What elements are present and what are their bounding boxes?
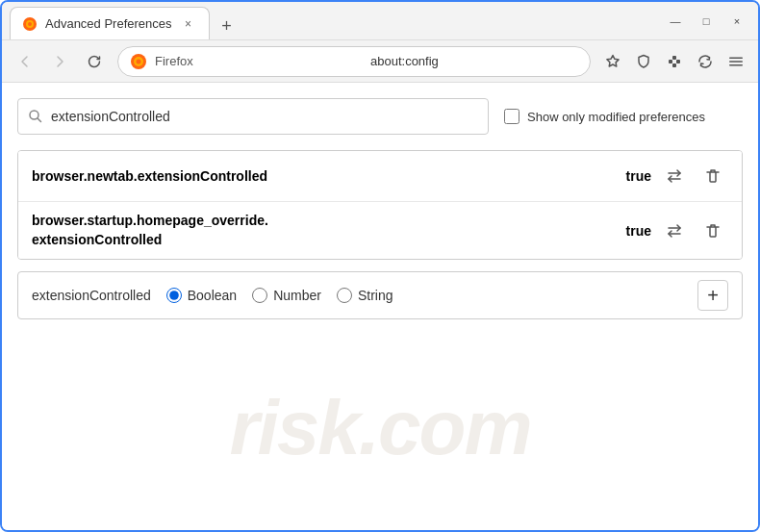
delete-button-2[interactable] bbox=[697, 215, 728, 246]
svg-point-2 bbox=[28, 22, 32, 26]
radio-group: Boolean Number String bbox=[166, 288, 393, 303]
radio-number-input[interactable] bbox=[252, 288, 267, 303]
nav-bar: Firefox about:config bbox=[2, 40, 758, 83]
radio-string-input[interactable] bbox=[337, 288, 352, 303]
svg-rect-7 bbox=[672, 56, 676, 60]
delete-button-1[interactable] bbox=[697, 161, 728, 191]
page-content: risk.com Show only modified preferences … bbox=[2, 83, 758, 530]
radio-number-label: Number bbox=[273, 288, 321, 303]
browser-window: Advanced Preferences × + — □ × bbox=[0, 0, 760, 532]
radio-boolean-input[interactable] bbox=[166, 288, 182, 303]
search-input[interactable] bbox=[51, 109, 478, 124]
sync-button[interactable] bbox=[691, 47, 720, 76]
swap-button-1[interactable] bbox=[659, 161, 690, 191]
forward-button[interactable] bbox=[44, 46, 75, 77]
add-preference-button[interactable]: + bbox=[697, 280, 728, 311]
address-bar[interactable]: Firefox about:config bbox=[117, 46, 591, 77]
svg-point-5 bbox=[137, 59, 141, 63]
pref-value-1: true bbox=[626, 168, 651, 184]
back-button[interactable] bbox=[10, 46, 40, 77]
swap-button-2[interactable] bbox=[659, 215, 690, 246]
search-icon bbox=[28, 109, 43, 124]
browser-label: Firefox bbox=[155, 54, 363, 68]
radio-boolean[interactable]: Boolean bbox=[166, 288, 237, 303]
window-controls: — □ × bbox=[662, 8, 750, 35]
close-button[interactable]: × bbox=[723, 8, 750, 35]
checkbox-label-text: Show only modified preferences bbox=[527, 110, 705, 124]
title-bar: Advanced Preferences × + — □ × bbox=[2, 2, 758, 40]
search-bar: Show only modified preferences bbox=[17, 98, 743, 135]
pref-name-2: browser.startup.homepage_override. exten… bbox=[32, 212, 619, 249]
tab-title: Advanced Preferences bbox=[45, 16, 172, 31]
new-pref-row: extensionControlled Boolean Number Strin… bbox=[17, 271, 743, 319]
modified-prefs-checkbox[interactable] bbox=[504, 109, 519, 124]
row-actions-1 bbox=[659, 161, 728, 191]
active-tab[interactable]: Advanced Preferences × bbox=[10, 7, 210, 39]
svg-rect-11 bbox=[729, 61, 743, 63]
menu-button[interactable] bbox=[722, 47, 750, 76]
results-table: browser.newtab.extensionControlled true bbox=[17, 150, 743, 260]
new-pref-name: extensionControlled bbox=[32, 288, 151, 303]
table-row: browser.newtab.extensionControlled true bbox=[18, 151, 742, 202]
url-text: about:config bbox=[370, 54, 578, 68]
pref-value-2: true bbox=[626, 223, 651, 239]
svg-rect-8 bbox=[676, 60, 680, 63]
svg-rect-9 bbox=[672, 63, 676, 67]
modified-prefs-checkbox-label[interactable]: Show only modified preferences bbox=[504, 109, 705, 124]
tab-area: Advanced Preferences × + bbox=[10, 2, 654, 39]
row-actions-2 bbox=[659, 215, 728, 246]
nav-icons-right bbox=[598, 47, 750, 76]
radio-boolean-label: Boolean bbox=[188, 288, 237, 303]
tab-favicon bbox=[22, 16, 38, 32]
watermark: risk.com bbox=[229, 384, 530, 472]
extension-button[interactable] bbox=[660, 47, 689, 76]
tab-close-button[interactable]: × bbox=[180, 15, 197, 33]
radio-string-label: String bbox=[358, 288, 393, 303]
svg-rect-12 bbox=[729, 64, 743, 66]
svg-rect-10 bbox=[729, 57, 743, 59]
table-row: browser.startup.homepage_override. exten… bbox=[18, 202, 742, 259]
pref-name-1: browser.newtab.extensionControlled bbox=[32, 168, 619, 184]
maximize-button[interactable]: □ bbox=[693, 8, 720, 35]
bookmark-star-button[interactable] bbox=[598, 47, 627, 76]
minimize-button[interactable]: — bbox=[662, 8, 689, 35]
new-tab-button[interactable]: + bbox=[214, 13, 241, 39]
shield-button[interactable] bbox=[629, 47, 658, 76]
radio-string[interactable]: String bbox=[337, 288, 393, 303]
svg-rect-6 bbox=[669, 60, 672, 63]
firefox-logo bbox=[130, 53, 147, 70]
search-input-wrapper[interactable] bbox=[17, 98, 489, 135]
reload-button[interactable] bbox=[79, 46, 110, 77]
radio-number[interactable]: Number bbox=[252, 288, 321, 303]
